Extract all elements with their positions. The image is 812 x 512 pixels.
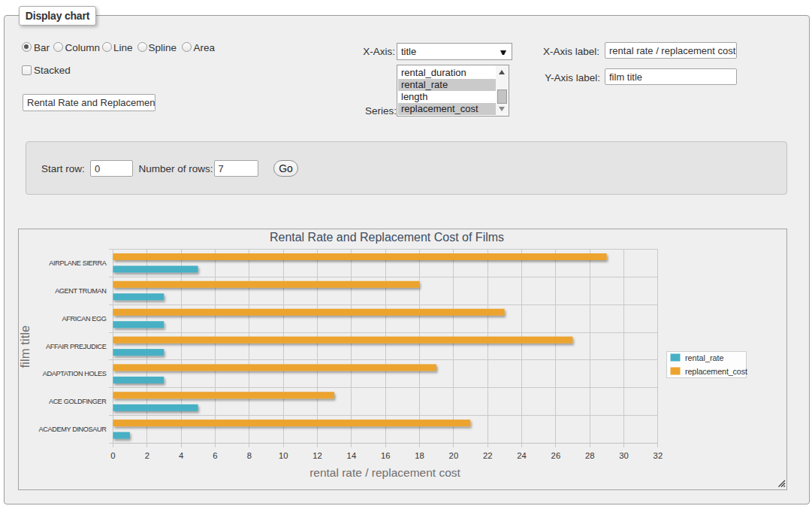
svg-text:ACE GOLDFINGER: ACE GOLDFINGER [49,398,107,405]
svg-text:AIRPLANE SIERRA: AIRPLANE SIERRA [49,259,107,267]
svg-text:30: 30 [619,451,629,460]
svg-text:8: 8 [247,451,252,460]
svg-text:20: 20 [449,451,459,460]
svg-text:AFRICAN EGG: AFRICAN EGG [62,315,107,323]
svg-text:10: 10 [279,451,288,460]
svg-text:6: 6 [213,451,217,460]
svg-text:replacement_cost: replacement_cost [685,367,747,376]
svg-text:22: 22 [483,451,493,460]
svg-text:AFFAIR PREJUDICE: AFFAIR PREJUDICE [46,343,107,350]
svg-text:0: 0 [110,451,115,460]
svg-text:ADAPTATION HOLES: ADAPTATION HOLES [43,370,107,377]
svg-text:26: 26 [551,451,561,460]
svg-text:ACADEMY DINOSAUR: ACADEMY DINOSAUR [39,426,107,433]
svg-text:2: 2 [145,451,149,460]
svg-text:28: 28 [585,451,595,460]
svg-text:12: 12 [312,451,322,460]
svg-text:24: 24 [517,451,527,460]
svg-text:rental_rate: rental_rate [685,353,724,362]
svg-text:4: 4 [179,451,183,460]
svg-text:rental rate / replacement cost: rental rate / replacement cost [309,466,460,479]
svg-text:18: 18 [415,451,424,460]
svg-text:AGENT TRUMAN: AGENT TRUMAN [55,287,106,295]
svg-text:Rental Rate and Replacement Co: Rental Rate and Replacement Cost of Film… [270,231,504,244]
svg-text:16: 16 [381,451,391,460]
svg-text:film title: film title [18,326,32,368]
svg-text:32: 32 [654,451,663,460]
svg-text:14: 14 [347,451,357,460]
